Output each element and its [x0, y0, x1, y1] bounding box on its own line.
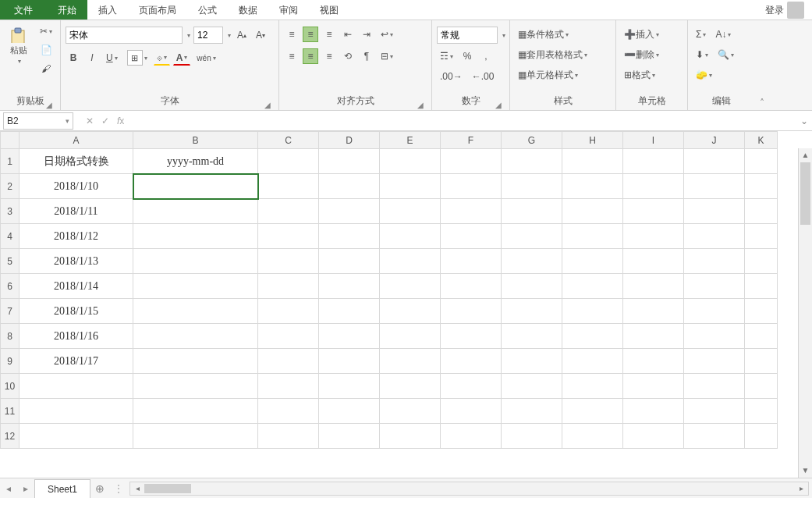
fill-button[interactable]: ⬇▾	[693, 47, 711, 62]
cell[interactable]	[258, 149, 319, 174]
cell[interactable]	[319, 174, 380, 199]
cell[interactable]	[20, 374, 133, 399]
fill-color-button[interactable]: ⟐▾	[154, 50, 170, 66]
cell[interactable]	[258, 299, 319, 324]
cell[interactable]	[745, 424, 778, 449]
cell[interactable]: 2018/1/10	[20, 174, 133, 199]
cell[interactable]	[133, 349, 258, 374]
cell[interactable]: 日期格式转换	[20, 149, 133, 174]
cell[interactable]	[684, 349, 745, 374]
cell[interactable]	[380, 224, 441, 249]
cell[interactable]	[133, 424, 258, 449]
cut-button[interactable]: ✂▾	[37, 23, 55, 39]
enter-formula-button[interactable]: ✓	[101, 116, 109, 126]
cell[interactable]	[380, 324, 441, 349]
insert-cells-button[interactable]: ➕ 插入▾	[621, 27, 662, 42]
merge-button[interactable]: ⊟▾	[378, 48, 396, 64]
tab-data[interactable]: 数据	[228, 0, 268, 20]
format-painter-button[interactable]: 🖌	[38, 61, 54, 76]
cell[interactable]	[502, 199, 562, 224]
tab-nav-prev[interactable]: ◂	[0, 483, 17, 494]
cell[interactable]	[502, 299, 562, 324]
cell[interactable]	[258, 174, 319, 199]
orientation-button[interactable]: ⟲	[340, 48, 356, 64]
cell[interactable]	[20, 424, 133, 449]
grow-font-button[interactable]: A▴	[234, 27, 250, 43]
sheet-tab[interactable]: Sheet1	[34, 479, 90, 498]
col-header[interactable]: G	[502, 132, 562, 149]
cell[interactable]	[623, 349, 684, 374]
cell[interactable]	[745, 249, 778, 274]
cell[interactable]	[623, 274, 684, 299]
cell[interactable]: 2018/1/12	[20, 224, 133, 249]
row-header[interactable]: 9	[1, 349, 20, 374]
col-header[interactable]: K	[745, 132, 778, 149]
cell[interactable]	[258, 249, 319, 274]
scroll-left-icon[interactable]: ◂	[130, 484, 144, 492]
cell[interactable]	[380, 349, 441, 374]
rtl-button[interactable]: ¶	[359, 48, 374, 64]
cell[interactable]	[258, 399, 319, 424]
cell[interactable]	[319, 149, 380, 174]
cell[interactable]	[623, 424, 684, 449]
cell[interactable]	[20, 399, 133, 424]
row-header[interactable]: 11	[1, 399, 20, 424]
cell[interactable]	[623, 399, 684, 424]
align-middle-button[interactable]: ≡	[303, 27, 318, 42]
cell[interactable]	[380, 274, 441, 299]
cell[interactable]	[133, 399, 258, 424]
tab-nav-next[interactable]: ▸	[17, 483, 34, 494]
cell[interactable]	[441, 199, 502, 224]
cell[interactable]	[133, 199, 258, 224]
cell[interactable]	[623, 324, 684, 349]
col-header[interactable]: A	[20, 132, 133, 149]
indent-decrease-button[interactable]: ⇤	[340, 27, 356, 42]
row-header[interactable]: 8	[1, 324, 20, 349]
col-header[interactable]: C	[258, 132, 319, 149]
cell[interactable]	[133, 299, 258, 324]
cell[interactable]	[380, 149, 441, 174]
row-header[interactable]: 3	[1, 199, 20, 224]
cell-style-button[interactable]: ▦ 单元格样式▾	[515, 67, 581, 83]
sort-button[interactable]: A↓▾	[712, 27, 734, 42]
row-header[interactable]: 1	[1, 149, 20, 174]
scroll-thumb[interactable]	[800, 162, 810, 225]
worksheet-grid[interactable]: A B C D E F G H I J K 1日期格式转换yyyy-mm-dd2…	[0, 131, 812, 478]
cell[interactable]	[441, 299, 502, 324]
cell[interactable]	[319, 399, 380, 424]
cell[interactable]	[441, 224, 502, 249]
cell[interactable]	[562, 324, 623, 349]
col-header[interactable]: D	[319, 132, 380, 149]
cell[interactable]	[319, 424, 380, 449]
format-cells-button[interactable]: ⊞ 格式▾	[621, 67, 658, 83]
cell[interactable]	[684, 324, 745, 349]
find-button[interactable]: 🔍▾	[714, 47, 737, 62]
cell[interactable]	[684, 424, 745, 449]
align-center-button[interactable]: ≡	[303, 48, 318, 64]
cell[interactable]	[133, 324, 258, 349]
cell[interactable]	[258, 324, 319, 349]
phonetic-button[interactable]: wén▾	[193, 50, 218, 66]
cell[interactable]	[502, 274, 562, 299]
cell[interactable]	[502, 174, 562, 199]
bold-button[interactable]: B	[66, 50, 81, 66]
row-header[interactable]: 10	[1, 374, 20, 399]
clear-button[interactable]: 🧽▾	[693, 67, 715, 83]
cell[interactable]	[502, 249, 562, 274]
scroll-right-icon[interactable]: ▸	[794, 484, 808, 492]
cell[interactable]	[623, 299, 684, 324]
tab-view[interactable]: 视图	[309, 0, 349, 20]
indent-increase-button[interactable]: ⇥	[359, 27, 374, 42]
cell[interactable]	[745, 299, 778, 324]
cell[interactable]	[502, 324, 562, 349]
cell[interactable]	[258, 274, 319, 299]
cell[interactable]	[441, 424, 502, 449]
inc-decimal-button[interactable]: .00→	[437, 69, 466, 84]
number-format-combo[interactable]	[437, 27, 498, 44]
cancel-formula-button[interactable]: ✕	[86, 116, 94, 126]
cell[interactable]	[319, 299, 380, 324]
dialog-launcher-icon[interactable]: ◢	[416, 99, 425, 108]
scroll-up-icon[interactable]: ▲	[799, 148, 812, 162]
cell[interactable]	[684, 299, 745, 324]
cell[interactable]	[133, 274, 258, 299]
